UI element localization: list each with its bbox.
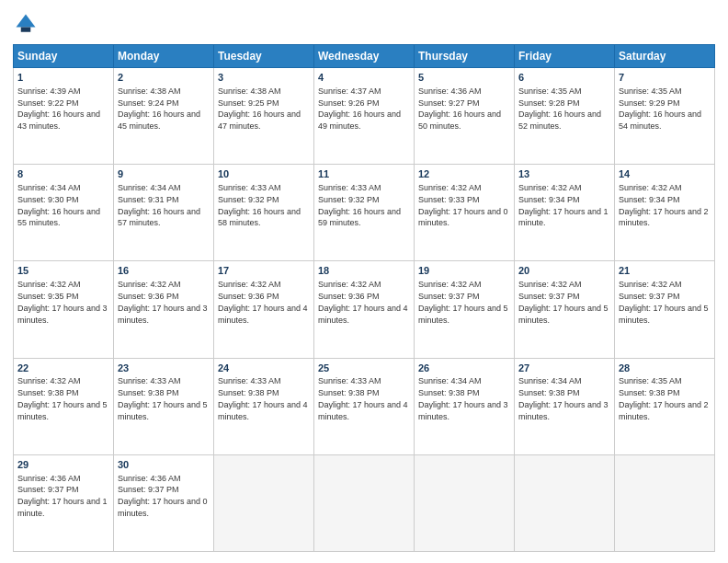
svg-marker-0 [17, 15, 36, 28]
cell-info: Sunrise: 4:35 AM Sunset: 9:28 PM Dayligh… [518, 86, 601, 131]
cell-info: Sunrise: 4:34 AM Sunset: 9:38 PM Dayligh… [518, 376, 609, 420]
day-number: 11 [318, 167, 410, 181]
day-number: 4 [318, 71, 410, 85]
day-number: 8 [17, 167, 109, 181]
cell-info: Sunrise: 4:32 AM Sunset: 9:36 PM Dayligh… [318, 280, 408, 324]
cell-info: Sunrise: 4:33 AM Sunset: 9:38 PM Dayligh… [118, 376, 208, 420]
cell-info: Sunrise: 4:39 AM Sunset: 9:22 PM Dayligh… [17, 86, 100, 131]
weekday-header-friday: Friday [515, 45, 615, 68]
calendar-cell: 12Sunrise: 4:32 AM Sunset: 9:33 PM Dayli… [415, 165, 515, 261]
calendar-cell: 15Sunrise: 4:32 AM Sunset: 9:35 PM Dayli… [14, 261, 114, 358]
calendar-cell: 11Sunrise: 4:33 AM Sunset: 9:32 PM Dayli… [314, 165, 415, 261]
cell-info: Sunrise: 4:32 AM Sunset: 9:37 PM Dayligh… [418, 280, 508, 324]
day-number: 5 [418, 71, 510, 85]
calendar-cell: 20Sunrise: 4:32 AM Sunset: 9:37 PM Dayli… [515, 261, 615, 358]
calendar-cell: 28Sunrise: 4:35 AM Sunset: 9:38 PM Dayli… [615, 358, 715, 454]
cell-info: Sunrise: 4:34 AM Sunset: 9:31 PM Dayligh… [118, 183, 200, 227]
calendar-week-2: 8Sunrise: 4:34 AM Sunset: 9:30 PM Daylig… [14, 165, 715, 261]
calendar-cell: 24Sunrise: 4:33 AM Sunset: 9:38 PM Dayli… [214, 358, 314, 454]
cell-info: Sunrise: 4:32 AM Sunset: 9:33 PM Dayligh… [418, 183, 508, 227]
calendar-week-3: 15Sunrise: 4:32 AM Sunset: 9:35 PM Dayli… [14, 261, 715, 358]
calendar-cell: 8Sunrise: 4:34 AM Sunset: 9:30 PM Daylig… [14, 165, 114, 261]
cell-info: Sunrise: 4:33 AM Sunset: 9:38 PM Dayligh… [318, 376, 408, 420]
calendar-body: 1Sunrise: 4:39 AM Sunset: 9:22 PM Daylig… [14, 68, 715, 552]
calendar-cell: 23Sunrise: 4:33 AM Sunset: 9:38 PM Dayli… [114, 358, 214, 454]
calendar-cell: 17Sunrise: 4:32 AM Sunset: 9:36 PM Dayli… [214, 261, 314, 358]
svg-rect-1 [21, 28, 31, 32]
cell-info: Sunrise: 4:32 AM Sunset: 9:36 PM Dayligh… [218, 280, 308, 324]
day-number: 24 [218, 362, 310, 375]
calendar-week-4: 22Sunrise: 4:32 AM Sunset: 9:38 PM Dayli… [14, 358, 715, 454]
calendar-cell: 13Sunrise: 4:32 AM Sunset: 9:34 PM Dayli… [515, 165, 615, 261]
calendar-week-1: 1Sunrise: 4:39 AM Sunset: 9:22 PM Daylig… [14, 68, 715, 165]
day-number: 2 [118, 71, 210, 85]
cell-info: Sunrise: 4:32 AM Sunset: 9:34 PM Dayligh… [619, 183, 709, 227]
day-number: 15 [17, 264, 109, 278]
day-number: 6 [518, 71, 610, 85]
calendar-cell: 9Sunrise: 4:34 AM Sunset: 9:31 PM Daylig… [114, 165, 214, 261]
calendar-week-5: 29Sunrise: 4:36 AM Sunset: 9:37 PM Dayli… [14, 454, 715, 551]
calendar-cell: 2Sunrise: 4:38 AM Sunset: 9:24 PM Daylig… [114, 68, 214, 165]
day-number: 19 [418, 264, 510, 278]
weekday-header-monday: Monday [114, 45, 214, 68]
day-number: 20 [518, 264, 610, 278]
calendar-header-row: SundayMondayTuesdayWednesdayThursdayFrid… [14, 45, 715, 68]
calendar-table: SundayMondayTuesdayWednesdayThursdayFrid… [13, 44, 715, 552]
calendar-cell: 29Sunrise: 4:36 AM Sunset: 9:37 PM Dayli… [14, 454, 114, 551]
logo-icon [13, 11, 39, 37]
cell-info: Sunrise: 4:32 AM Sunset: 9:35 PM Dayligh… [17, 280, 108, 324]
cell-info: Sunrise: 4:38 AM Sunset: 9:24 PM Dayligh… [118, 86, 200, 131]
cell-info: Sunrise: 4:38 AM Sunset: 9:25 PM Dayligh… [218, 86, 301, 131]
cell-info: Sunrise: 4:32 AM Sunset: 9:37 PM Dayligh… [619, 280, 709, 324]
day-number: 27 [518, 362, 610, 375]
calendar-cell: 27Sunrise: 4:34 AM Sunset: 9:38 PM Dayli… [515, 358, 615, 454]
cell-info: Sunrise: 4:32 AM Sunset: 9:38 PM Dayligh… [17, 376, 108, 420]
day-number: 26 [418, 362, 510, 375]
day-number: 14 [619, 167, 711, 181]
calendar-cell: 30Sunrise: 4:36 AM Sunset: 9:37 PM Dayli… [114, 454, 214, 551]
header [13, 11, 715, 37]
calendar-cell: 4Sunrise: 4:37 AM Sunset: 9:26 PM Daylig… [314, 68, 415, 165]
day-number: 30 [118, 458, 210, 472]
cell-info: Sunrise: 4:32 AM Sunset: 9:34 PM Dayligh… [518, 183, 609, 227]
cell-info: Sunrise: 4:35 AM Sunset: 9:29 PM Dayligh… [619, 86, 701, 131]
cell-info: Sunrise: 4:33 AM Sunset: 9:32 PM Dayligh… [318, 183, 401, 227]
cell-info: Sunrise: 4:37 AM Sunset: 9:26 PM Dayligh… [318, 86, 401, 131]
calendar-cell: 19Sunrise: 4:32 AM Sunset: 9:37 PM Dayli… [415, 261, 515, 358]
calendar-cell: 10Sunrise: 4:33 AM Sunset: 9:32 PM Dayli… [214, 165, 314, 261]
calendar-cell: 25Sunrise: 4:33 AM Sunset: 9:38 PM Dayli… [314, 358, 415, 454]
day-number: 9 [118, 167, 210, 181]
cell-info: Sunrise: 4:32 AM Sunset: 9:36 PM Dayligh… [118, 280, 208, 324]
day-number: 7 [619, 71, 711, 85]
calendar-cell: 21Sunrise: 4:32 AM Sunset: 9:37 PM Dayli… [615, 261, 715, 358]
calendar-cell [415, 454, 515, 551]
day-number: 21 [619, 264, 711, 278]
calendar-cell: 7Sunrise: 4:35 AM Sunset: 9:29 PM Daylig… [615, 68, 715, 165]
cell-info: Sunrise: 4:35 AM Sunset: 9:38 PM Dayligh… [619, 376, 709, 420]
calendar-cell: 18Sunrise: 4:32 AM Sunset: 9:36 PM Dayli… [314, 261, 415, 358]
weekday-header-tuesday: Tuesday [214, 45, 314, 68]
day-number: 10 [218, 167, 310, 181]
calendar-cell: 22Sunrise: 4:32 AM Sunset: 9:38 PM Dayli… [14, 358, 114, 454]
day-number: 18 [318, 264, 410, 278]
calendar-cell: 26Sunrise: 4:34 AM Sunset: 9:38 PM Dayli… [415, 358, 515, 454]
calendar-cell: 16Sunrise: 4:32 AM Sunset: 9:36 PM Dayli… [114, 261, 214, 358]
day-number: 29 [17, 458, 109, 472]
cell-info: Sunrise: 4:34 AM Sunset: 9:38 PM Dayligh… [418, 376, 508, 420]
cell-info: Sunrise: 4:36 AM Sunset: 9:37 PM Dayligh… [17, 474, 108, 518]
cell-info: Sunrise: 4:32 AM Sunset: 9:37 PM Dayligh… [518, 280, 609, 324]
calendar-cell: 6Sunrise: 4:35 AM Sunset: 9:28 PM Daylig… [515, 68, 615, 165]
day-number: 17 [218, 264, 310, 278]
logo [13, 11, 42, 37]
day-number: 12 [418, 167, 510, 181]
cell-info: Sunrise: 4:34 AM Sunset: 9:30 PM Dayligh… [17, 183, 100, 227]
day-number: 25 [318, 362, 410, 375]
calendar-cell: 14Sunrise: 4:32 AM Sunset: 9:34 PM Dayli… [615, 165, 715, 261]
day-number: 16 [118, 264, 210, 278]
page: SundayMondayTuesdayWednesdayThursdayFrid… [0, 0, 728, 563]
cell-info: Sunrise: 4:36 AM Sunset: 9:27 PM Dayligh… [418, 86, 501, 131]
calendar-cell [515, 454, 615, 551]
day-number: 13 [518, 167, 610, 181]
calendar-cell: 3Sunrise: 4:38 AM Sunset: 9:25 PM Daylig… [214, 68, 314, 165]
weekday-header-sunday: Sunday [14, 45, 114, 68]
